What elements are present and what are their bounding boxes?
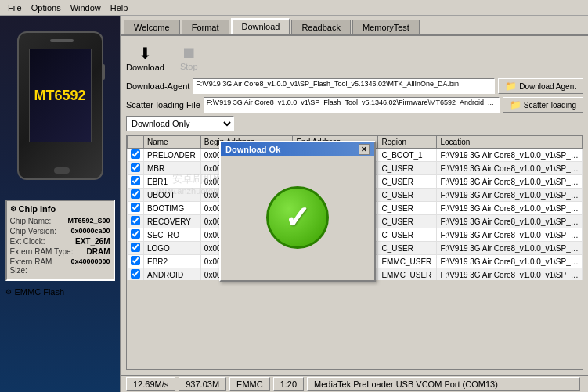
row-checkbox[interactable] — [128, 175, 144, 189]
success-icon: ✓ — [266, 186, 329, 249]
menu-help[interactable]: Help — [106, 2, 133, 14]
status-bar: 12.69M/s 937.03M EMMC 1:20 MediaTek PreL… — [121, 375, 588, 392]
checkmark: ✓ — [284, 200, 311, 236]
download-agent-field[interactable]: F:\V919 3G Air Core8_v1.0.0_v1\SP_Flash_… — [193, 78, 495, 94]
row-checkbox[interactable] — [128, 268, 144, 281]
dialog-close-button[interactable]: ✕ — [359, 144, 370, 155]
row-name: PRELOADER — [144, 149, 201, 162]
left-panel: MT6592 ⚙ Chip Info Chip Name: MT6592_S00… — [0, 16, 121, 392]
row-location: F:\V919 3G Air Core8_v1.0.0_v1\SP_Flash_… — [437, 175, 583, 189]
row-checkbox[interactable] — [128, 189, 144, 202]
row-region: C_BOOT_1 — [378, 149, 437, 162]
phone-brand: MT6592 — [34, 88, 85, 104]
row-name: BOOTIMG — [144, 202, 201, 215]
download-mode-select[interactable]: Download Only Firmware Upgrade Format Al… — [126, 116, 234, 131]
ext-clock-row: Ext Clock: EXT_26M — [10, 237, 110, 246]
chip-name-row: Chip Name: MT6592_S00 — [10, 217, 110, 225]
row-checkbox[interactable] — [128, 149, 144, 162]
status-type: EMMC — [229, 377, 270, 391]
row-location: F:\V919 3G Air Core8_v1.0.0_v1\SP_Flash_… — [437, 268, 583, 281]
menu-options[interactable]: Options — [27, 2, 66, 14]
scatter-loading-button[interactable]: 📁 Scatter-loading — [503, 97, 583, 113]
emmc-section: ⚙ EMMC Flash — [5, 287, 115, 297]
status-speed: 12.69M/s — [126, 377, 175, 391]
row-location: F:\V919 3G Air Core8_v1.0.0_v1\SP_Flash_… — [437, 149, 583, 162]
row-location: F:\V919 3G Air Core8_v1.0.0_v1\SP_Flash_… — [437, 189, 583, 202]
row-region: C_USER — [378, 189, 437, 202]
toolbar: ⬇ Download ⏹ Stop — [126, 41, 583, 75]
scatter-loading-field[interactable]: F:\V919 3G Air Core8_v1.0.0_v1\SP_Flash_… — [204, 97, 500, 113]
row-name: RECOVERY — [144, 215, 201, 228]
ram-type-row: Extern RAM Type: DRAM — [10, 247, 110, 256]
col-location: Location — [437, 136, 583, 149]
tab-format[interactable]: Format — [182, 20, 229, 34]
menubar: File Options Window Help — [0, 0, 588, 16]
row-location: F:\V919 3G Air Core8_v1.0.0_v1\SP_Flash_… — [437, 255, 583, 268]
download-button[interactable]: ⬇ Download — [126, 44, 164, 72]
row-checkbox[interactable] — [128, 228, 144, 242]
col-check — [128, 136, 144, 149]
status-time: 1:20 — [273, 377, 304, 391]
download-agent-row: Download-Agent F:\V919 3G Air Core8_v1.0… — [126, 78, 583, 94]
chip-info-title: ⚙ Chip Info — [10, 204, 110, 214]
tab-download[interactable]: Download — [231, 18, 290, 34]
tabs-container: Welcome Format Download Readback MemoryT… — [121, 16, 588, 36]
row-name: EBR2 — [144, 255, 201, 268]
row-region: EMMC_USER — [378, 268, 437, 281]
ram-size-row: Extern RAM Size: 0x40000000 — [10, 257, 110, 275]
row-location: F:\V919 3G Air Core8_v1.0.0_v1\SP_Flash_… — [437, 242, 583, 255]
dialog-title: Download Ok — [225, 145, 280, 154]
phone-image: MT6592 — [13, 31, 107, 188]
row-region: C_USER — [378, 215, 437, 228]
col-region: Region — [378, 136, 437, 149]
row-name: EBR1 — [144, 175, 201, 189]
col-name: Name — [144, 136, 201, 149]
row-name: ANDROID — [144, 268, 201, 281]
download-icon: ⬇ — [139, 44, 152, 63]
row-location: F:\V919 3G Air Core8_v1.0.0_v1\SP_Flash_… — [437, 215, 583, 228]
row-checkbox[interactable] — [128, 255, 144, 268]
row-location: F:\V919 3G Air Core8_v1.0.0_v1\SP_Flash_… — [437, 202, 583, 215]
chip-version-row: Chip Version: 0x0000ca00 — [10, 227, 110, 236]
row-name: SEC_RO — [144, 228, 201, 242]
row-name: UBOOT — [144, 189, 201, 202]
dropdown-row: Download Only Firmware Upgrade Format Al… — [126, 116, 583, 131]
scatter-loading-row: Scatter-loading File F:\V919 3G Air Core… — [126, 97, 583, 113]
folder-icon2: 📁 — [510, 99, 521, 110]
download-agent-button[interactable]: 📁 Download Agent — [498, 78, 583, 94]
stop-icon: ⏹ — [181, 44, 197, 62]
row-region: C_USER — [378, 162, 437, 175]
row-region: EMMC_USER — [378, 255, 437, 268]
row-region: C_USER — [378, 228, 437, 242]
download-ok-dialog: Download Ok ✕ ✓ — [219, 141, 376, 282]
tab-readback[interactable]: Readback — [291, 20, 351, 34]
row-checkbox[interactable] — [128, 242, 144, 255]
tab-welcome[interactable]: Welcome — [124, 20, 180, 34]
status-size: 937.03M — [179, 377, 226, 391]
row-name: LOGO — [144, 242, 201, 255]
row-checkbox[interactable] — [128, 202, 144, 215]
row-location: F:\V919 3G Air Core8_v1.0.0_v1\SP_Flash_… — [437, 228, 583, 242]
row-region: C_USER — [378, 202, 437, 215]
chip-info-panel: ⚙ Chip Info Chip Name: MT6592_S00 Chip V… — [5, 200, 115, 281]
row-checkbox[interactable] — [128, 215, 144, 228]
dialog-body: ✓ — [221, 156, 374, 279]
status-port: MediaTek PreLoader USB VCOM Port (COM13) — [307, 377, 580, 391]
row-region: C_USER — [378, 175, 437, 189]
scatter-loading-label: Scatter-loading File — [126, 100, 200, 110]
download-agent-label: Download-Agent — [126, 81, 189, 91]
row-name: MBR — [144, 162, 201, 175]
folder-icon: 📁 — [505, 81, 517, 92]
row-region: C_USER — [378, 242, 437, 255]
menu-window[interactable]: Window — [66, 2, 106, 14]
tab-memorytest[interactable]: MemoryTest — [352, 20, 420, 34]
row-location: F:\V919 3G Air Core8_v1.0.0_v1\SP_Flash_… — [437, 162, 583, 175]
menu-file[interactable]: File — [3, 2, 27, 14]
dialog-titlebar: Download Ok ✕ — [221, 142, 374, 156]
stop-button[interactable]: ⏹ Stop — [180, 44, 198, 72]
row-checkbox[interactable] — [128, 162, 144, 175]
